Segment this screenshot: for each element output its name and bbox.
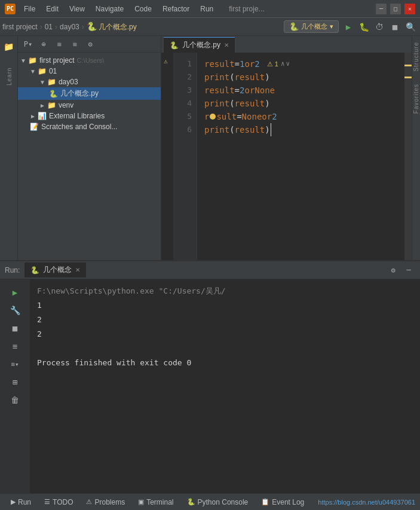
run-stop-button[interactable]: ■ <box>7 320 23 337</box>
code-content[interactable]: result = 1 or 2 ⚠ 1 ∧ ∨ print ( result <box>197 53 404 271</box>
project-dropdown[interactable]: P▾ <box>22 38 35 51</box>
project-collapse[interactable]: ≡ <box>53 38 66 51</box>
menu-code[interactable]: Code <box>130 4 157 14</box>
minimize-button[interactable]: ─ <box>376 4 387 14</box>
code-token: print <box>204 71 229 84</box>
arrow-day03: ▼ <box>39 79 45 85</box>
output-cmd: F:\new\Scripts\python.exe "C:/Users/吴凡/ <box>37 284 413 298</box>
tree-extra-firstproject: C:\Users\ <box>77 57 105 64</box>
run-config[interactable]: 🐍 几个概念 ▾ <box>284 20 339 33</box>
project-sort[interactable]: ≡ <box>68 38 81 51</box>
code-token: = <box>237 110 241 123</box>
editor-tab-pyfile[interactable]: 🐍 几个概念.py ✕ <box>164 37 235 53</box>
project-add[interactable]: ⊕ <box>37 38 50 51</box>
tree-label-firstproject: first project <box>39 56 75 65</box>
status-tab-python-console[interactable]: 🐍 Python Console <box>181 497 255 508</box>
tree-item-01[interactable]: ▼ 📁 01 <box>18 66 161 77</box>
run-rerun2-button[interactable]: ≡▾ <box>7 356 23 372</box>
tree-label-pyfile: 几个概念.py <box>60 88 99 99</box>
menu-navigate[interactable]: Navigate <box>91 4 128 14</box>
editor-tab-label: 几个概念.py <box>182 40 220 50</box>
status-tab-event-log[interactable]: 📋 Event Log <box>255 497 310 508</box>
menu-view[interactable]: View <box>65 4 90 14</box>
code-token: r <box>204 110 209 123</box>
close-button[interactable]: ✕ <box>404 4 415 14</box>
tree-item-venv[interactable]: ► 📁 venv <box>18 100 161 111</box>
run-clear-button[interactable]: 🗑 <box>7 392 23 408</box>
run-button[interactable]: ▶ <box>341 20 355 34</box>
line-num-2: 2 <box>173 71 192 84</box>
tree-item-scratches[interactable]: 📝 Scratches and Consol... <box>18 121 161 132</box>
search-button[interactable]: 🔍 <box>403 20 418 34</box>
menu-edit[interactable]: Edit <box>41 4 63 14</box>
py-file-icon: 🐍 <box>49 90 58 98</box>
folder-icon-day03: 📁 <box>47 78 56 86</box>
window-controls: ─ □ ✕ <box>376 4 415 14</box>
run-pin-button[interactable]: ⊞ <box>7 374 23 390</box>
status-tab-run[interactable]: ▶ Run <box>5 497 37 508</box>
code-token: result <box>204 84 235 97</box>
line-num-1: 1 <box>173 57 192 71</box>
right-sidebar: Structure Favorites <box>412 36 420 271</box>
line-num-4: 4 <box>173 97 192 110</box>
coverage-button[interactable]: ■ <box>388 20 402 34</box>
editor-tabs: 🐍 几个概念.py ✕ <box>161 36 412 53</box>
status-tab-todo[interactable]: ☰ TODO <box>38 497 79 508</box>
scroll-mark-2 <box>404 77 412 78</box>
code-token: print <box>204 97 229 110</box>
menu-file[interactable]: File <box>19 4 40 14</box>
code-token: ) <box>265 123 269 136</box>
editor-tab-close[interactable]: ✕ <box>224 42 229 48</box>
run-tab-jigebainian[interactable]: 🐍 几个概念 ✕ <box>24 262 86 277</box>
project-settings[interactable]: ⚙ <box>84 38 97 51</box>
status-tab-problems[interactable]: ⚠ Problems <box>80 497 131 508</box>
breadcrumb-project[interactable]: first project <box>2 23 38 31</box>
menu-bar: File Edit View Navigate Code Refactor Ru… <box>19 4 376 14</box>
run-panel-settings[interactable]: ⚙ <box>387 264 400 277</box>
debug-button[interactable]: 🐛 <box>357 20 371 34</box>
code-token: result <box>204 57 235 71</box>
status-url[interactable]: https://blog.csdn.net/u044937061 <box>318 499 415 506</box>
menu-refactor[interactable]: Refactor <box>158 4 194 14</box>
run-tab-close[interactable]: ✕ <box>75 267 80 273</box>
maximize-button[interactable]: □ <box>390 4 401 14</box>
sidebar-learn-icon[interactable]: Learn <box>1 68 17 85</box>
run-rerun-button[interactable]: ≡ <box>7 338 23 355</box>
scroll-mark-1 <box>404 65 412 66</box>
code-token: print <box>204 123 229 136</box>
run-output[interactable]: F:\new\Scripts\python.exe "C:/Users/吴凡/ … <box>30 279 420 493</box>
code-token: ) <box>265 71 269 84</box>
project-toolbar: P▾ ⊕ ≡ ≡ ⚙ <box>18 36 161 53</box>
code-token: ( <box>229 97 234 110</box>
menu-title: first proje... <box>224 4 269 14</box>
menu-run[interactable]: Run <box>195 4 218 14</box>
code-token: = <box>235 57 240 71</box>
run-panel-minimize[interactable]: ─ <box>402 264 415 277</box>
code-token: result <box>235 71 265 84</box>
run-tab-icon: 🐍 <box>30 266 39 274</box>
code-line-6: print ( result ) <box>204 123 397 136</box>
output-line-blank <box>37 341 413 356</box>
breadcrumb-day03[interactable]: day03 <box>60 23 79 31</box>
status-bar: ▶ Run ☰ TODO ⚠ Problems ▣ Terminal 🐍 Pyt… <box>0 493 420 510</box>
problems-icon: ⚠ <box>86 498 92 506</box>
line-num-5: 5 <box>173 110 192 123</box>
status-tab-terminal[interactable]: ▣ Terminal <box>132 497 179 508</box>
tree-item-day03[interactable]: ▼ 📁 day03 <box>18 77 161 87</box>
sidebar-project-icon[interactable]: 📁 <box>1 38 17 55</box>
breadcrumb-01[interactable]: 01 <box>45 23 53 31</box>
tree-item-extlibs[interactable]: ► 📊 External Libraries <box>18 111 161 121</box>
file-tree: ▼ 📁 first project C:\Users\ ▼ 📁 01 ▼ 📁 d… <box>18 53 161 271</box>
run-debug-button[interactable]: 🔧 <box>7 302 23 319</box>
sidebar-structure-label[interactable]: Structure <box>413 42 419 72</box>
run-play-button[interactable]: ▶ <box>7 284 23 301</box>
python-console-icon: 🐍 <box>187 498 195 506</box>
tree-item-pyfile[interactable]: 🐍 几个概念.py <box>18 87 161 100</box>
event-log-icon: 📋 <box>261 498 269 506</box>
tree-label-venv: venv <box>59 101 73 109</box>
tree-label-extlibs: External Libraries <box>49 112 105 120</box>
profile-button[interactable]: ⏱ <box>372 20 387 34</box>
sidebar-favorites-label[interactable]: Favorites <box>413 84 419 114</box>
tree-item-firstproject[interactable]: ▼ 📁 first project C:\Users\ <box>18 55 161 66</box>
folder-icon-venv: 📁 <box>47 101 56 109</box>
